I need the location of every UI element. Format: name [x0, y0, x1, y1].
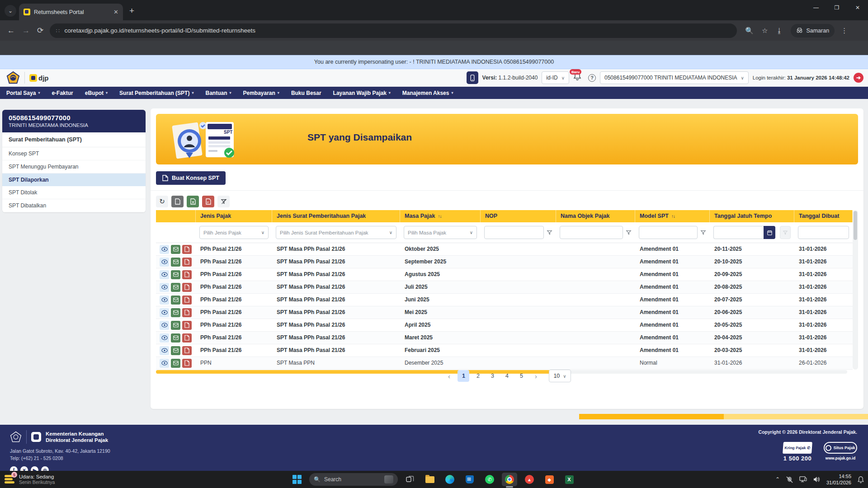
download-pdf-button[interactable]	[182, 308, 192, 317]
download-pdf-button[interactable]	[182, 333, 192, 343]
page-button-2[interactable]: 2	[472, 370, 484, 382]
store-button[interactable]	[462, 473, 477, 486]
page-button-5[interactable]: 5	[515, 370, 527, 382]
view-row-button[interactable]	[160, 270, 169, 279]
sidebar-item-spt-ditolak[interactable]: SPT Ditolak	[2, 186, 146, 199]
view-row-button[interactable]	[160, 296, 169, 305]
view-row-button[interactable]	[160, 245, 169, 254]
help-button[interactable]: ?	[588, 74, 596, 82]
page-button-4[interactable]: 4	[501, 370, 513, 382]
forward-button[interactable]: →	[22, 26, 30, 35]
nav-item-buku-besar[interactable]: Buku Besar	[291, 90, 321, 96]
download-pdf-button[interactable]	[182, 296, 192, 305]
weather-widget[interactable]: 5 Udara: Sedang Senin Berikutnya	[5, 474, 108, 485]
filter-jenis-pajak-select[interactable]: Pilih Jenis Pajak∨	[199, 226, 269, 239]
calendar-button[interactable]	[764, 226, 775, 239]
view-row-button[interactable]	[160, 346, 169, 355]
download-pdf-button[interactable]	[182, 359, 192, 368]
download-receipt-button[interactable]	[171, 283, 180, 292]
account-select[interactable]: 0508615499077000 TRINITI MEDIATAMA INDON…	[600, 71, 749, 84]
excel-button[interactable]: X	[561, 473, 577, 486]
search-input[interactable]: 🔍 Search	[309, 473, 398, 486]
next-page-button[interactable]: ›	[530, 370, 542, 382]
network-icon[interactable]	[799, 476, 807, 483]
downloads-icon[interactable]: ⭳	[776, 27, 783, 34]
filter-jatuh-tempo-input[interactable]	[713, 226, 764, 239]
download-pdf-button[interactable]	[182, 270, 192, 279]
download-pdf-button[interactable]	[182, 283, 192, 292]
download-receipt-button[interactable]	[171, 258, 180, 267]
view-row-button[interactable]	[160, 308, 169, 317]
browser-tab[interactable]: Returnsheets Portal ✕	[19, 4, 123, 20]
funnel-icon[interactable]	[547, 230, 552, 235]
download-receipt-button[interactable]	[171, 308, 180, 317]
nav-item-pembayaran[interactable]: Pembayaran▾	[243, 90, 279, 96]
nav-item-surat-pemberitahuan-spt[interactable]: Surat Pemberitahuan (SPT)▾	[119, 90, 193, 96]
logout-button[interactable]: ➜	[854, 73, 863, 83]
download-pdf-button[interactable]	[182, 258, 192, 267]
view-row-button[interactable]	[160, 359, 169, 368]
notification-bell-icon[interactable]	[857, 476, 864, 483]
download-receipt-button[interactable]	[171, 245, 180, 254]
restore-button[interactable]: ❐	[826, 5, 847, 11]
filter-dibuat-input[interactable]	[798, 226, 849, 239]
bookmark-star-icon[interactable]: ☆	[762, 27, 768, 35]
refresh-button[interactable]: ↻	[156, 196, 168, 207]
contact-button[interactable]	[467, 71, 478, 84]
tab-search-button[interactable]: ⌄	[5, 5, 16, 17]
column-header-model-spt[interactable]: Model SPT↑↓	[635, 210, 710, 222]
page-size-select[interactable]: 10 ∨	[549, 370, 571, 382]
browser-menu-icon[interactable]: ⋮	[841, 27, 848, 35]
edge-button[interactable]	[442, 473, 458, 486]
minimize-button[interactable]: —	[806, 5, 826, 11]
incognito-profile-chip[interactable]: Samaran	[791, 24, 835, 38]
download-receipt-button[interactable]	[171, 346, 180, 355]
nav-item-bantuan[interactable]: Bantuan▾	[205, 90, 231, 96]
nav-item-e-faktur[interactable]: e-Faktur	[52, 90, 73, 96]
back-button[interactable]: ←	[7, 26, 15, 35]
download-receipt-button[interactable]	[171, 321, 180, 330]
app-button-orange[interactable]: ◆	[542, 473, 557, 486]
tab-close-icon[interactable]: ✕	[113, 9, 118, 15]
sidebar-item-konsep-spt[interactable]: Konsep SPT	[2, 147, 146, 160]
url-bar[interactable]: ⸬ coretaxdjp.pajak.go.id/returnsheets-po…	[50, 23, 737, 38]
view-row-button[interactable]	[160, 321, 169, 330]
export-file-button[interactable]	[171, 196, 184, 207]
funnel-icon[interactable]	[626, 230, 632, 235]
locale-select[interactable]: id-ID ∨	[542, 71, 569, 84]
export-excel-button[interactable]	[187, 196, 199, 207]
nav-item-layanan-wajib-pajak[interactable]: Layanan Wajib Pajak▾	[333, 90, 391, 96]
download-receipt-button[interactable]	[171, 296, 180, 305]
nav-item-manajemen-akses[interactable]: Manajemen Akses▾	[402, 90, 453, 96]
sort-icon[interactable]: ↑↓	[671, 210, 675, 222]
zoom-icon[interactable]: 🔍	[745, 27, 754, 35]
export-pdf-button[interactable]: P	[202, 196, 214, 207]
create-draft-button[interactable]: Buat Konsep SPT	[156, 171, 226, 185]
tray-expand-icon[interactable]: ⌃	[775, 476, 780, 483]
sort-icon[interactable]: ↑↓	[438, 210, 441, 222]
notifications-button[interactable]: Baru	[573, 72, 584, 84]
start-button[interactable]	[289, 473, 305, 486]
chrome-button[interactable]	[502, 473, 517, 486]
file-explorer-button[interactable]	[422, 473, 438, 486]
whatsapp-button[interactable]: ✆	[482, 473, 497, 486]
download-receipt-button[interactable]	[171, 270, 180, 279]
vertical-scrollbar[interactable]	[853, 210, 858, 370]
sidebar-item-spt-menunggu-pembayaran[interactable]: SPT Menunggu Pembayaran	[2, 160, 146, 174]
mic-muted-icon[interactable]	[786, 476, 793, 483]
filter-nama-objek-input[interactable]	[560, 226, 623, 239]
filter-nop-input[interactable]	[484, 226, 544, 239]
clear-filters-button[interactable]	[217, 196, 230, 207]
taskbar-clock[interactable]: 14:55 31/01/2026	[826, 473, 851, 486]
funnel-icon[interactable]	[700, 230, 706, 235]
new-tab-button[interactable]: +	[129, 6, 134, 16]
djp-logo[interactable]: djp	[29, 74, 49, 82]
view-row-button[interactable]	[160, 258, 169, 267]
task-view-button[interactable]	[402, 473, 418, 486]
vertical-scroll-thumb[interactable]	[854, 211, 857, 240]
sidebar-item-spt-dilaporkan[interactable]: SPT Dilaporkan	[2, 174, 146, 186]
download-pdf-button[interactable]	[182, 346, 192, 355]
download-receipt-button[interactable]	[171, 333, 180, 343]
filter-model-spt-input[interactable]	[639, 226, 698, 239]
download-receipt-button[interactable]	[171, 359, 180, 368]
